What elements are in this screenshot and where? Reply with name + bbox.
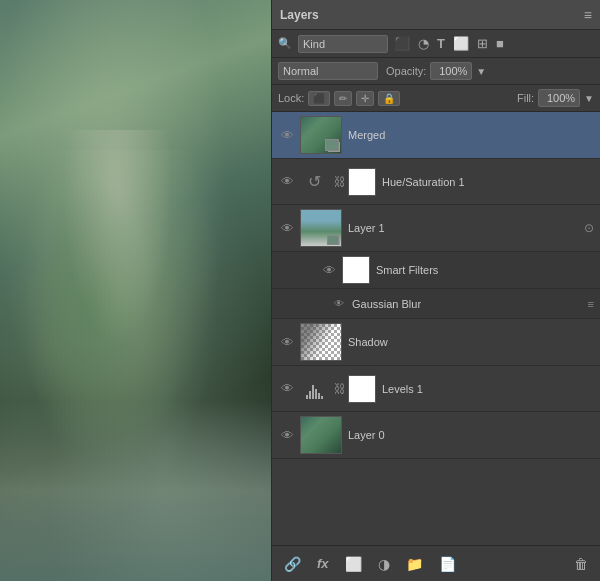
fill-arrow[interactable]: ▼ — [584, 93, 594, 104]
eye-layer0[interactable]: 👁 — [278, 426, 296, 444]
layers-list[interactable]: 👁 Merged 👁 ↺ ⛓ Hue/Saturation 1 👁 Layer … — [272, 112, 600, 545]
toolbar-row3: Lock: ⬛ ✏ ✛ 🔒 Fill: ▼ — [272, 85, 600, 112]
layer-name-huesat: Hue/Saturation 1 — [382, 176, 594, 188]
smart-object-icon[interactable]: ⊞ — [475, 34, 490, 53]
lock-position-btn[interactable]: ✛ — [356, 91, 374, 106]
lock-all-btn[interactable]: 🔒 — [378, 91, 400, 106]
opacity-label: Opacity: — [386, 65, 426, 77]
shape-icon[interactable]: ⬜ — [451, 34, 471, 53]
layer-item-layer0[interactable]: 👁 Layer 0 — [272, 412, 600, 459]
thumb-layer1 — [300, 209, 342, 247]
thumb-huesat — [348, 168, 376, 196]
opacity-arrow[interactable]: ▼ — [476, 66, 486, 77]
eye-smart-filters[interactable]: 👁 — [320, 261, 338, 279]
toolbar-row1: 🔍 Kind ⬛ ◔ T ⬜ ⊞ ■ — [272, 30, 600, 58]
opacity-input[interactable] — [430, 62, 472, 80]
lock-paint-btn[interactable]: ✏ — [334, 91, 352, 106]
smart-badge-layer1: ⊙ — [584, 221, 594, 235]
eye-huesat[interactable]: 👁 — [278, 173, 296, 191]
link-layers-btn[interactable]: 🔗 — [280, 554, 305, 574]
fill-input[interactable] — [538, 89, 580, 107]
layer-name-gaussian: Gaussian Blur — [352, 298, 588, 310]
link-huesat[interactable]: ⛓ — [334, 175, 346, 189]
huesat-adj-icon: ↺ — [300, 168, 328, 196]
layer-name-layer1: Layer 1 — [348, 222, 580, 234]
panel-menu-icon[interactable]: ≡ — [584, 7, 592, 23]
group-btn[interactable]: 📁 — [402, 554, 427, 574]
toolbar-row2: Normal Opacity: ▼ — [272, 58, 600, 85]
levels-adj-icon — [300, 375, 328, 403]
panel-title: Layers — [280, 8, 319, 22]
thumb-smart-filters — [342, 256, 370, 284]
thumb-merged — [300, 116, 342, 154]
type-icon[interactable]: T — [435, 34, 447, 53]
color-fill-icon[interactable]: ■ — [494, 34, 506, 53]
layer-name-shadow: Shadow — [348, 336, 594, 348]
layer-item-smart-filters[interactable]: 👁 Smart Filters — [272, 252, 600, 289]
mask-btn[interactable]: ⬜ — [341, 554, 366, 574]
background-photo — [0, 0, 275, 581]
eye-levels1[interactable]: 👁 — [278, 380, 296, 398]
adjustment-icon[interactable]: ◔ — [416, 34, 431, 53]
layer-name-merged: Merged — [348, 129, 594, 141]
kind-select[interactable]: Kind — [298, 35, 388, 53]
adjustment-btn[interactable]: ◑ — [374, 554, 394, 574]
layer-item-shadow[interactable]: 👁 Shadow — [272, 319, 600, 366]
lock-label: Lock: — [278, 92, 304, 104]
pixel-icon[interactable]: ⬛ — [392, 34, 412, 53]
thumb-layer0 — [300, 416, 342, 454]
blend-mode-select[interactable]: Normal — [278, 62, 378, 80]
link-levels1[interactable]: ⛓ — [334, 382, 346, 396]
bottom-toolbar: 🔗 fx ⬜ ◑ 📁 📄 🗑 — [272, 545, 600, 581]
layer-item-layer1[interactable]: 👁 Layer 1 ⊙ — [272, 205, 600, 252]
layer-item-huesat[interactable]: 👁 ↺ ⛓ Hue/Saturation 1 — [272, 159, 600, 205]
thumb-levels1 — [348, 375, 376, 403]
eye-gaussian[interactable]: 👁 — [330, 295, 348, 313]
eye-layer1[interactable]: 👁 — [278, 219, 296, 237]
new-layer-btn[interactable]: 📄 — [435, 554, 460, 574]
layer-item-gaussian-blur[interactable]: 👁 Gaussian Blur ≡ — [272, 289, 600, 319]
eye-merged[interactable]: 👁 — [278, 126, 296, 144]
fill-label: Fill: — [517, 92, 534, 104]
thumb-shadow — [300, 323, 342, 361]
layer-item-levels1[interactable]: 👁 ⛓ Levels 1 — [272, 366, 600, 412]
layer-item-merged[interactable]: 👁 Merged — [272, 112, 600, 159]
layer-name-levels1: Levels 1 — [382, 383, 594, 395]
layer-name-layer0: Layer 0 — [348, 429, 594, 441]
layer-name-smart-filters: Smart Filters — [376, 264, 594, 276]
eye-shadow[interactable]: 👁 — [278, 333, 296, 351]
panel-header: Layers ≡ — [272, 0, 600, 30]
gaussian-options[interactable]: ≡ — [588, 298, 594, 310]
lock-pixel-btn[interactable]: ⬛ — [308, 91, 330, 106]
delete-layer-btn[interactable]: 🗑 — [570, 554, 592, 574]
layers-panel: Layers ≡ 🔍 Kind ⬛ ◔ T ⬜ ⊞ ■ Normal Opaci… — [271, 0, 600, 581]
fx-btn[interactable]: fx — [313, 554, 333, 573]
search-icon: 🔍 — [278, 37, 292, 50]
